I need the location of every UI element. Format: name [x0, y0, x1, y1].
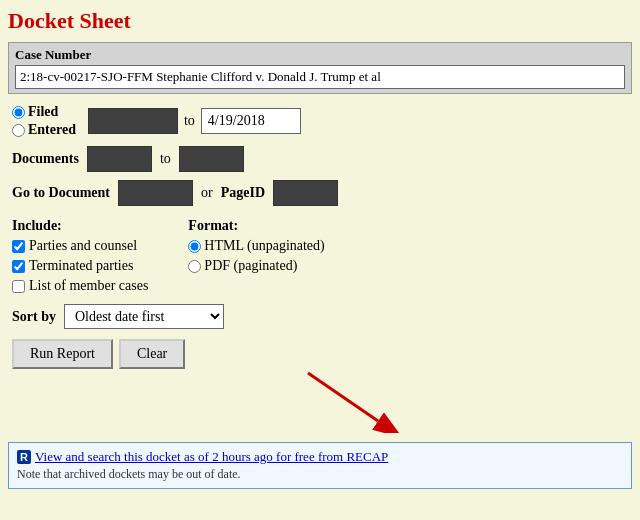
- run-report-button[interactable]: Run Report: [12, 339, 113, 369]
- format-html-label[interactable]: HTML (unpaginated): [188, 238, 324, 254]
- include-terminated-checkbox[interactable]: [12, 260, 25, 273]
- format-pdf-radio[interactable]: [188, 260, 201, 273]
- pageid-label: PageID: [221, 185, 265, 201]
- recap-link[interactable]: View and search this docket as of 2 hour…: [35, 449, 388, 465]
- format-pdf-label[interactable]: PDF (paginated): [188, 258, 324, 274]
- clear-button[interactable]: Clear: [119, 339, 185, 369]
- options-row: Include: Parties and counsel Terminated …: [8, 218, 632, 294]
- docs-to-label: to: [160, 151, 171, 167]
- goto-label: Go to Document: [12, 185, 110, 201]
- format-section: Format: HTML (unpaginated) PDF (paginate…: [188, 218, 324, 294]
- case-number-input[interactable]: [15, 65, 625, 89]
- include-parties-checkbox[interactable]: [12, 240, 25, 253]
- date-to-input[interactable]: [201, 108, 301, 134]
- radio-filed[interactable]: [12, 106, 25, 119]
- pageid-input[interactable]: [273, 180, 338, 206]
- include-section: Include: Parties and counsel Terminated …: [12, 218, 148, 294]
- recap-link-row: R View and search this docket as of 2 ho…: [17, 449, 623, 465]
- recap-box: R View and search this docket as of 2 ho…: [8, 442, 632, 489]
- include-member-checkbox[interactable]: [12, 280, 25, 293]
- include-terminated-label[interactable]: Terminated parties: [12, 258, 148, 274]
- page-title: Docket Sheet: [8, 8, 632, 34]
- arrow-container: [8, 383, 632, 438]
- goto-row: Go to Document or PageID: [8, 180, 632, 206]
- case-number-section: Case Number: [8, 42, 632, 94]
- format-title: Format:: [188, 218, 324, 234]
- or-label: or: [201, 185, 213, 201]
- recap-note: Note that archived dockets may be out of…: [17, 467, 623, 482]
- filed-entered-radio-group: Filed Entered: [12, 104, 76, 138]
- red-arrow-icon: [268, 363, 408, 433]
- include-member-label[interactable]: List of member cases: [12, 278, 148, 294]
- docs-to-input[interactable]: [179, 146, 244, 172]
- radio-entered[interactable]: [12, 124, 25, 137]
- svg-line-1: [308, 373, 378, 421]
- sort-label: Sort by: [12, 309, 56, 325]
- date-from-input[interactable]: [88, 108, 178, 134]
- sort-select[interactable]: Oldest date first Newest date first: [64, 304, 224, 329]
- docs-from-input[interactable]: [87, 146, 152, 172]
- sort-row: Sort by Oldest date first Newest date fi…: [8, 304, 632, 329]
- date-row: Filed Entered to: [8, 104, 632, 138]
- docs-label: Documents: [12, 151, 79, 167]
- case-number-label: Case Number: [15, 47, 625, 63]
- docs-row: Documents to: [8, 146, 632, 172]
- date-to-label: to: [184, 113, 195, 129]
- format-html-radio[interactable]: [188, 240, 201, 253]
- include-parties-label[interactable]: Parties and counsel: [12, 238, 148, 254]
- recap-badge: R: [17, 450, 31, 464]
- radio-filed-label[interactable]: Filed: [12, 104, 76, 120]
- include-title: Include:: [12, 218, 148, 234]
- goto-doc-input[interactable]: [118, 180, 193, 206]
- radio-entered-label[interactable]: Entered: [12, 122, 76, 138]
